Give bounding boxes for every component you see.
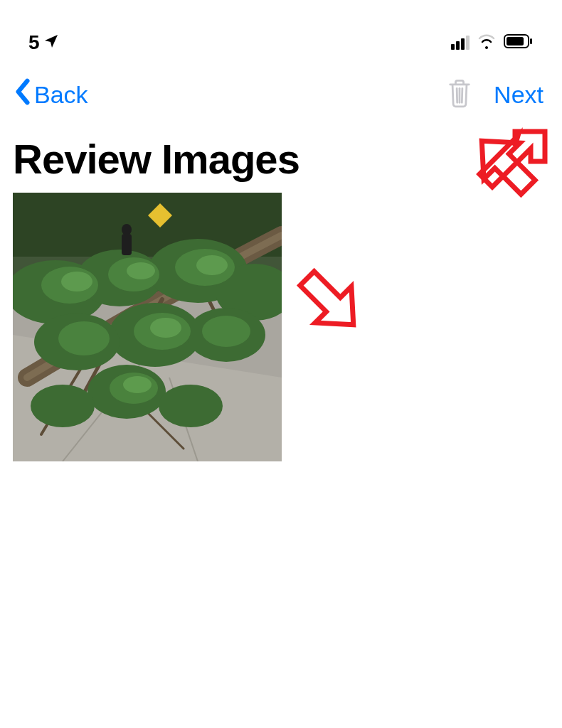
chevron-left-icon (14, 78, 31, 111)
cellular-signal-icon (451, 36, 470, 50)
back-button-label: Back (34, 81, 88, 109)
battery-icon (504, 33, 534, 52)
thumbnail-grid (0, 193, 562, 461)
svg-rect-1 (507, 37, 524, 46)
svg-point-28 (202, 316, 250, 347)
status-bar-right (451, 33, 534, 52)
status-bar-left: 5 (28, 31, 60, 54)
svg-point-30 (127, 262, 155, 279)
status-bar: 5 (0, 0, 562, 64)
svg-line-3 (457, 88, 457, 102)
svg-rect-2 (530, 38, 532, 44)
page-title: Review Images (0, 125, 562, 193)
svg-point-20 (159, 385, 223, 427)
svg-point-29 (61, 272, 92, 291)
svg-rect-36 (122, 234, 132, 255)
navigation-bar: Back Next (0, 64, 562, 125)
next-button[interactable]: Next (494, 81, 544, 109)
nav-right-group: Next (447, 78, 544, 111)
svg-point-26 (58, 321, 110, 355)
trash-icon (447, 78, 472, 108)
svg-point-35 (122, 224, 132, 235)
thumbnail-image (13, 193, 282, 461)
svg-point-32 (150, 318, 181, 338)
svg-point-21 (31, 385, 95, 427)
trash-button[interactable] (447, 78, 472, 111)
svg-point-33 (123, 376, 152, 393)
wifi-icon (477, 33, 497, 52)
image-thumbnail[interactable] (13, 193, 282, 461)
svg-point-31 (196, 255, 228, 275)
status-partial-text: 5 (28, 31, 40, 54)
svg-line-5 (462, 88, 462, 102)
location-arrow-icon (43, 33, 60, 53)
back-button[interactable]: Back (14, 78, 88, 111)
